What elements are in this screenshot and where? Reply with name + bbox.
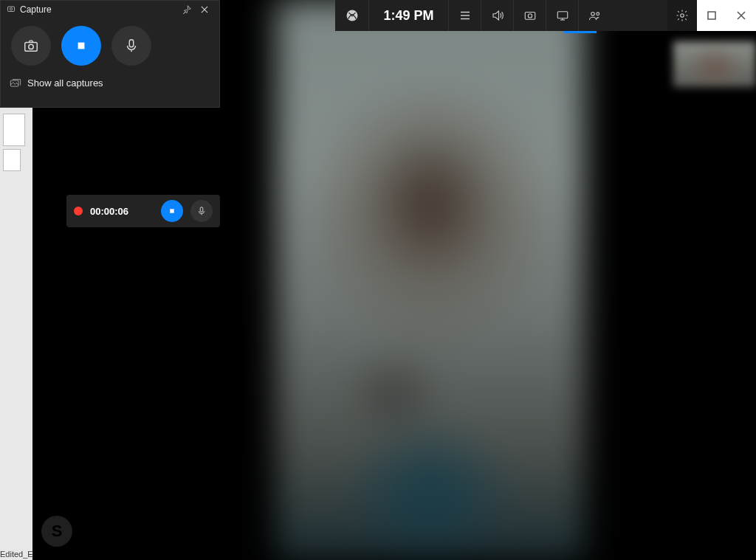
svg-point-9 — [591, 13, 595, 16]
recording-status-bar: 00:00:06 — [66, 195, 220, 227]
close-button[interactable] — [196, 1, 213, 18]
window-close-button[interactable] — [726, 0, 756, 31]
svg-point-10 — [597, 13, 599, 15]
microphone-toggle-button[interactable] — [111, 26, 151, 66]
svg-rect-21 — [78, 43, 83, 48]
stop-recording-button[interactable] — [61, 26, 101, 66]
svg-point-5 — [528, 14, 532, 18]
desktop-file-thumb — [3, 149, 21, 171]
performance-button[interactable] — [546, 0, 579, 31]
capture-button[interactable] — [514, 0, 546, 31]
svg-rect-6 — [557, 12, 568, 18]
pin-button[interactable] — [178, 1, 196, 18]
gamebar-clock: 1:49 PM — [369, 0, 449, 31]
widgets-list-button[interactable] — [449, 0, 481, 31]
svg-rect-15 — [8, 7, 15, 12]
desktop-file-label[interactable]: Edited_E — [0, 522, 32, 560]
skype-logo-icon: S — [41, 516, 72, 547]
svg-rect-4 — [525, 13, 535, 20]
show-all-captures-label: Show all captures — [27, 77, 103, 89]
capture-widget: Capture Show all captures — [0, 0, 220, 108]
svg-point-16 — [10, 7, 12, 10]
self-video-thumbnail[interactable] — [673, 41, 756, 87]
show-all-captures-link[interactable]: Show all captures — [1, 72, 219, 94]
recording-indicator-icon — [74, 207, 83, 215]
maximize-button[interactable] — [697, 0, 726, 31]
desktop-file-thumb — [3, 114, 25, 146]
xbox-icon[interactable] — [335, 0, 369, 31]
svg-rect-12 — [708, 12, 715, 19]
recording-stop-button[interactable] — [161, 200, 183, 222]
screenshot-button[interactable] — [11, 26, 51, 66]
gamebar-top-bar: 1:49 PM — [335, 0, 697, 31]
social-button[interactable] — [579, 0, 611, 31]
capture-widget-title: Capture — [20, 4, 52, 15]
svg-point-11 — [681, 14, 684, 18]
svg-rect-22 — [129, 40, 134, 47]
recording-elapsed-time: 00:00:06 — [90, 206, 154, 217]
svg-rect-25 — [200, 207, 203, 212]
audio-button[interactable] — [481, 0, 514, 31]
svg-rect-24 — [171, 210, 174, 213]
active-widget-indicator — [564, 31, 597, 33]
capture-header-icon — [7, 4, 16, 15]
svg-rect-19 — [25, 42, 38, 51]
capture-widget-header: Capture — [1, 1, 219, 18]
svg-point-20 — [29, 44, 33, 49]
remote-video-feed — [276, 0, 585, 560]
recording-mic-button[interactable] — [190, 200, 213, 222]
settings-button[interactable] — [667, 0, 697, 31]
capture-button-row — [1, 18, 219, 72]
